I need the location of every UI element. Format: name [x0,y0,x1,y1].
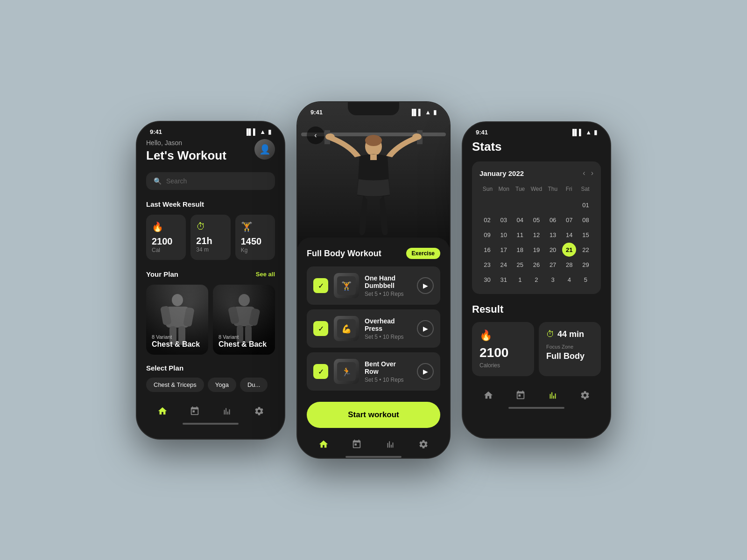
cal-day-13[interactable]: 13 [546,228,560,242]
nav-chart-1[interactable] [222,406,232,416]
cal-day-3[interactable]: 3 [546,273,560,287]
cal-day-1[interactable]: 1 [513,273,527,287]
cal-day-11[interactable]: 11 [513,228,527,242]
nav-home-2[interactable] [318,439,329,449]
cal-day-29[interactable]: 29 [578,258,592,272]
phone-stats: 9:41 ▐▌▌ ▲ ▮ Stats January 2022 ‹ › Sun [462,121,611,439]
nav-settings-3[interactable] [580,390,590,400]
exercise-item-2[interactable]: ✓ 🏃 Bent Over Row Set 5 • 10 Reps ▶ [307,352,440,391]
cal-day-01[interactable]: 01 [578,198,592,212]
plan-tags: Chest & Triceps Yoga Du... [146,378,275,392]
search-bar[interactable]: 🔍 Search [146,172,275,190]
nav-calendar-1[interactable] [190,406,200,416]
cal-day- [513,198,527,212]
result-cal-unit: Calories [479,362,500,369]
cal-day-12[interactable]: 12 [529,228,543,242]
cal-day-30[interactable]: 30 [480,273,494,287]
last-week-title: Last Week Result [146,200,204,208]
cal-day-23[interactable]: 23 [480,258,494,272]
result-focus-zone-label: Focus Zone [546,344,573,350]
cal-day-18[interactable]: 18 [513,243,527,257]
cal-day-25[interactable]: 25 [513,258,527,272]
cal-day-31[interactable]: 31 [497,273,511,287]
cal-day-06[interactable]: 06 [546,213,560,227]
cal-day-10[interactable]: 10 [497,228,511,242]
cal-day-26[interactable]: 26 [529,258,543,272]
home-indicator-2 [345,456,402,458]
nav-chart-2[interactable] [385,439,395,449]
cal-day-02[interactable]: 02 [480,213,494,227]
result-cal-value: 2100 [479,345,508,360]
cal-day-2[interactable]: 2 [529,273,543,287]
back-button[interactable]: ‹ [307,126,324,144]
plan-tag-1[interactable]: Yoga [208,378,236,392]
notch-3 [511,122,562,135]
cal-day-19[interactable]: 19 [529,243,543,257]
exercise-item-0[interactable]: ✓ 🏋 One Hand Dumbbell Set 5 • 10 Reps ▶ [307,266,440,305]
exercise-info-1: Overhead Press Set 5 • 10 Reps [365,317,411,340]
cal-next-button[interactable]: › [591,169,593,177]
nav-settings-2[interactable] [418,439,429,449]
cal-day-5[interactable]: 5 [578,273,592,287]
cal-day-20[interactable]: 20 [546,243,560,257]
cal-day-15[interactable]: 15 [578,228,592,242]
cal-day-24[interactable]: 24 [497,258,511,272]
plan-header: Your Plan See all [146,270,275,278]
time-2: 9:41 [310,109,323,116]
exercise-thumb-2: 🏃 [334,359,359,384]
cal-prev-button[interactable]: ‹ [583,169,585,177]
nav-home-3[interactable] [483,390,493,400]
cal-day-14[interactable]: 14 [562,228,576,242]
cal-day-21[interactable]: 21 [562,243,576,257]
nav-home-1[interactable] [157,406,168,416]
search-icon: 🔍 [154,177,162,185]
cal-day-07[interactable]: 07 [562,213,576,227]
exercise-play-1[interactable]: ▶ [417,320,434,337]
cal-day-27[interactable]: 27 [546,258,560,272]
phone-stats-content: Stats January 2022 ‹ › Sun Mon Tue Wed T… [463,140,610,423]
exercise-check-2: ✓ [313,364,328,379]
cal-day-17[interactable]: 17 [497,243,511,257]
cal-day-thu: Thu [544,184,561,194]
stat-cal: 🔥 2100 Cal [146,215,186,260]
nav-settings-1[interactable] [254,406,264,416]
cal-day-sat: Sat [577,184,593,194]
cal-day-09[interactable]: 09 [480,228,494,242]
svg-rect-21 [370,154,377,160]
cal-day-03[interactable]: 03 [497,213,511,227]
cal-day-16[interactable]: 16 [480,243,494,257]
time-1: 9:41 [150,128,162,135]
cal-day-22[interactable]: 22 [578,243,592,257]
see-all-link[interactable]: See all [256,271,275,278]
svg-text:💪: 💪 [341,324,352,334]
exercise-item-1[interactable]: ✓ 💪 Overhead Press Set 5 • 10 Reps ▶ [307,309,440,348]
nav-chart-3[interactable] [548,390,558,400]
cal-header: January 2022 ‹ › [479,169,593,177]
cal-day-wed: Wed [529,184,545,194]
plan-tag-2[interactable]: Du... [240,378,268,392]
phone-home-content: Hello, Jason Let's Workout 👤 🔍 Search La… [137,139,284,439]
result-time-icon: ⏱ [546,329,555,339]
status-icons-1: ▐▌▌ ▲ ▮ [244,128,271,135]
result-focus-zone-value: Full Body [546,351,585,361]
cal-day-4[interactable]: 4 [562,273,576,287]
nav-calendar-2[interactable] [352,439,362,449]
cal-day- [497,198,511,212]
stats-row: 🔥 2100 Cal ⏱ 21h 34 m 🏋 1450 Kg [146,215,275,260]
nav-calendar-3[interactable] [515,390,526,400]
cal-day-08[interactable]: 08 [578,213,592,227]
plan-tag-0[interactable]: Chest & Triceps [146,378,204,392]
plan-card-1[interactable]: 8 Variant Chest & Back [146,285,208,355]
avatar[interactable]: 👤 [254,139,275,160]
cal-day-05[interactable]: 05 [529,213,543,227]
notch-1 [185,122,236,135]
start-workout-button[interactable]: Start workout [307,402,440,428]
exercise-play-2[interactable]: ▶ [417,363,434,380]
plan-card-2[interactable]: 8 Variant Chest & Back [213,285,275,355]
cal-day-04[interactable]: 04 [513,213,527,227]
exercise-play-0[interactable]: ▶ [417,277,434,294]
plan-name-1: Chest & Back [152,340,203,349]
cal-day-sun: Sun [479,184,496,194]
main-title: Let's Workout [146,148,226,163]
cal-day-28[interactable]: 28 [562,258,576,272]
